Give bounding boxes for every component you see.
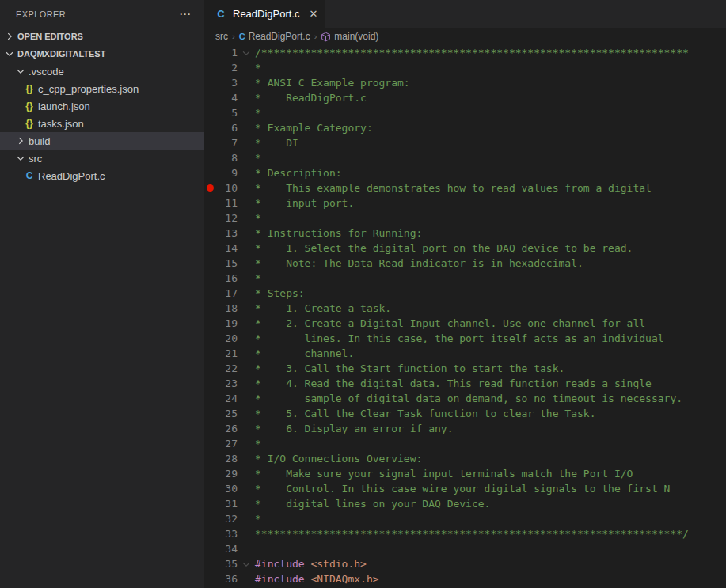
line-number[interactable]: 23	[215, 376, 238, 391]
line-number[interactable]: 35	[215, 556, 238, 571]
c-file-icon: C	[239, 32, 245, 41]
line-number[interactable]: 31	[215, 496, 238, 511]
breadcrumb-item-readdigport-c[interactable]: CReadDigPort.c	[239, 31, 310, 42]
fold-chevron-icon[interactable]	[238, 47, 255, 59]
fold-chevron-icon[interactable]	[238, 559, 255, 570]
code-text[interactable]: * 6. Display an error if any.	[255, 421, 453, 436]
line-number[interactable]: 15	[215, 256, 238, 271]
line-number[interactable]: 18	[215, 301, 238, 316]
code-text[interactable]: * 4. Read the digital data. This read fu…	[255, 376, 652, 391]
code-text[interactable]: *	[255, 150, 261, 165]
folder-item-build[interactable]: build	[0, 132, 204, 150]
symbol-method-icon	[321, 32, 331, 42]
code-text[interactable]: * Control. In this case wire your digita…	[255, 481, 670, 496]
file-item-c-cpp-properties-json[interactable]: {}c_cpp_properties.json	[0, 80, 204, 97]
sidebar-section-open-editors[interactable]: OPEN EDITORS	[0, 28, 204, 45]
line-number[interactable]: 29	[215, 466, 238, 481]
line-number[interactable]: 10	[215, 180, 238, 195]
code-text[interactable]: * 1. Select the digital port on the DAQ …	[255, 241, 633, 256]
line-number[interactable]: 1	[215, 45, 238, 60]
code-text[interactable]: * Steps:	[255, 286, 305, 301]
line-number[interactable]: 27	[215, 436, 238, 451]
code-text[interactable]: * Example Category:	[255, 120, 373, 135]
line-number[interactable]: 11	[215, 195, 238, 211]
code-text[interactable]: *	[255, 436, 261, 451]
code-text[interactable]: * Note: The Data Read indicator is in he…	[255, 256, 583, 271]
code-editor[interactable]: 1/**************************************…	[204, 45, 726, 588]
code-text[interactable]: * channel.	[255, 346, 354, 361]
breakpoint-margin[interactable]	[204, 184, 215, 192]
code-text[interactable]: ****************************************…	[255, 526, 689, 541]
line-number[interactable]: 17	[215, 286, 238, 301]
code-text[interactable]: *	[255, 60, 261, 75]
more-actions-icon[interactable]: ⋯	[179, 8, 192, 20]
line-number[interactable]: 9	[215, 165, 238, 180]
code-text[interactable]: #include <stdio.h>	[255, 556, 367, 571]
line-number[interactable]: 12	[215, 211, 238, 226]
code-text[interactable]: * Description:	[255, 165, 342, 180]
code-text[interactable]: * input port.	[255, 195, 354, 211]
item-label: build	[29, 135, 50, 147]
line-number[interactable]: 21	[215, 346, 238, 361]
code-text[interactable]: * DI	[255, 135, 298, 150]
token-comment: * Description:	[255, 167, 342, 179]
file-item-launch-json[interactable]: {}launch.json	[0, 97, 204, 115]
line-number[interactable]: 6	[215, 120, 238, 135]
line-number[interactable]: 3	[215, 75, 238, 90]
code-text[interactable]: *	[255, 105, 261, 120]
line-number[interactable]: 26	[215, 421, 238, 436]
line-number[interactable]: 19	[215, 316, 238, 331]
code-text[interactable]: * ANSI C Example program:	[255, 75, 410, 90]
folder-item-vscode[interactable]: .vscode	[0, 63, 204, 80]
code-text[interactable]: * 5. Call the Clear Task function to cle…	[255, 406, 595, 421]
token-comment: * Note: The Data Read indicator is in he…	[255, 257, 583, 269]
code-text[interactable]: * I/O Connections Overview:	[255, 451, 422, 466]
line-number[interactable]: 14	[215, 241, 238, 256]
code-text[interactable]: /***************************************…	[255, 45, 689, 60]
code-text[interactable]: *	[255, 271, 261, 286]
code-text[interactable]: * digital lines on your DAQ Device.	[255, 496, 490, 511]
close-icon[interactable]: ✕	[310, 8, 318, 20]
line-number[interactable]: 2	[215, 60, 238, 75]
code-text[interactable]: * ReadDigPort.c	[255, 90, 367, 105]
tab-bar: C ReadDigPort.c ✕	[204, 0, 726, 28]
line-number[interactable]: 16	[215, 271, 238, 286]
folder-item-src[interactable]: src	[0, 150, 204, 167]
code-text[interactable]: #include <NIDAQmx.h>	[255, 571, 379, 586]
code-text[interactable]: * 1. Create a task.	[255, 301, 391, 316]
tab-readdigport[interactable]: C ReadDigPort.c ✕	[204, 0, 325, 28]
code-text[interactable]: * Instructions for Running:	[255, 226, 422, 241]
breakpoint-icon[interactable]	[207, 184, 214, 192]
token-str: <stdio.h>	[310, 558, 366, 570]
code-text[interactable]: * Make sure your signal input terminals …	[255, 466, 633, 481]
line-number[interactable]: 7	[215, 135, 238, 150]
line-number[interactable]: 30	[215, 481, 238, 496]
line-number[interactable]: 13	[215, 226, 238, 241]
breadcrumb-item-src[interactable]: src	[215, 31, 228, 42]
code-text[interactable]: *	[255, 511, 261, 526]
code-text[interactable]: * lines. In this case, the port itself a…	[255, 331, 664, 346]
file-item-tasks-json[interactable]: {}tasks.json	[0, 115, 204, 132]
sidebar-section-daqmxdigitaltest[interactable]: DAQMXDIGITALTEST	[0, 45, 204, 63]
line-number[interactable]: 32	[215, 511, 238, 526]
line-number[interactable]: 20	[215, 331, 238, 346]
code-text[interactable]: *	[255, 211, 261, 226]
code-text[interactable]: * 2. Create a Digital Input channel. Use…	[255, 316, 645, 331]
code-text[interactable]: * 3. Call the Start function to start th…	[255, 361, 564, 376]
tab-label: ReadDigPort.c	[233, 8, 300, 20]
line-number[interactable]: 8	[215, 150, 238, 165]
code-text[interactable]: * sample of digital data on demand, so n…	[255, 391, 682, 406]
line-number[interactable]: 22	[215, 361, 238, 376]
file-item-readdigport-c[interactable]: CReadDigPort.c	[0, 167, 204, 184]
line-number[interactable]: 36	[215, 571, 238, 586]
line-number[interactable]: 24	[215, 391, 238, 406]
line-number[interactable]: 34	[215, 541, 238, 556]
line-number[interactable]: 25	[215, 406, 238, 421]
line-number[interactable]: 33	[215, 526, 238, 541]
line-number[interactable]: 4	[215, 90, 238, 105]
line-number[interactable]: 28	[215, 451, 238, 466]
breadcrumb-item-main-void[interactable]: main(void)	[321, 31, 378, 42]
line-number[interactable]: 5	[215, 105, 238, 120]
code-text[interactable]: * This example demonstrates how to read …	[255, 180, 652, 195]
code-line: 11* input port.	[204, 195, 726, 211]
